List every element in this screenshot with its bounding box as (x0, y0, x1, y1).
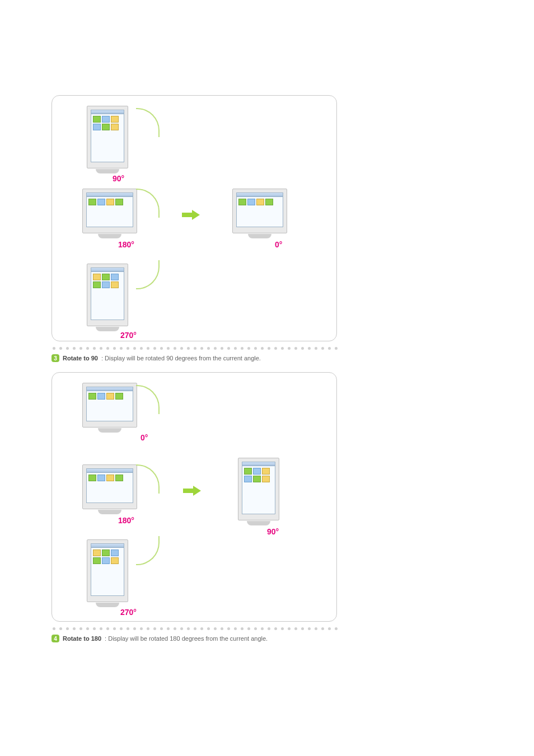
arc-icon (136, 464, 160, 494)
step-3-desc: : Display will be rotated 90 degrees fro… (101, 355, 261, 361)
angle-label-180: 180° (118, 516, 134, 525)
diagram-rotate-loop-to-90: 0° 180° 270° 90° (51, 372, 337, 622)
arc-icon (136, 260, 160, 289)
monitor-0deg (82, 383, 137, 428)
step-4-title: Rotate to 180 (63, 635, 101, 642)
monitor-180deg (82, 464, 137, 509)
angle-label-90: 90° (113, 174, 124, 183)
step-3-line: 3 Rotate to 90 : Display will be rotated… (51, 354, 337, 362)
arc-icon (136, 108, 160, 137)
step-number-badge-3: 3 (51, 354, 59, 362)
angle-label-270: 270° (120, 608, 137, 617)
arc-icon (136, 536, 160, 565)
step-3-title: Rotate to 90 (63, 355, 98, 361)
page: 90° 180° 270° 0° 3 Rotate to 90 : Displa… (0, 0, 534, 756)
arrow-right-icon (183, 486, 202, 496)
monitor-180deg (82, 189, 137, 233)
arrow-right-icon (182, 210, 201, 220)
diagram-rotate-loop-to-0: 90° 180° 270° 0° (51, 95, 337, 341)
monitor-0deg-result (232, 189, 287, 233)
arc-icon (136, 385, 160, 414)
angle-label-90: 90° (267, 527, 279, 536)
monitor-90deg-result (238, 458, 279, 520)
angle-label-180: 180° (118, 240, 134, 249)
dotted-separator (51, 347, 338, 350)
angle-label-0: 0° (140, 433, 148, 442)
section-rotate-90: 90° 180° 270° 0° 3 Rotate to 90 : Displa… (51, 95, 337, 362)
angle-label-0: 0° (275, 240, 282, 249)
angle-label-270: 270° (120, 331, 137, 340)
step-number-badge-4: 4 (51, 635, 59, 642)
monitor-90deg (87, 106, 128, 168)
arc-icon (136, 189, 160, 218)
monitor-270deg (87, 539, 128, 602)
step-4-desc: : Display will be rotated 180 degrees fr… (105, 635, 268, 642)
monitor-270deg (87, 264, 128, 326)
dotted-separator (51, 627, 338, 630)
step-4-line: 4 Rotate to 180 : Display will be rotate… (51, 635, 337, 642)
section-rotate-180: 0° 180° 270° 90° 4 Rotate to 180 : Displ… (51, 372, 337, 642)
